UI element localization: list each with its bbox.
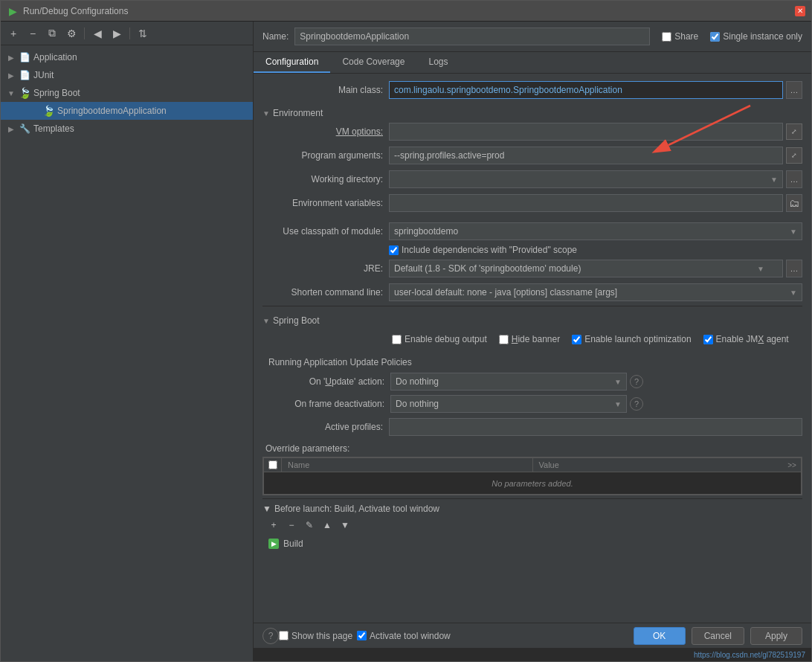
shorten-cmd-select-wrapper[interactable]: user-local default: none - java [options… bbox=[389, 283, 802, 301]
launch-opt-label[interactable]: Enable launch optimization bbox=[572, 334, 691, 344]
sort-button[interactable]: ⇅ bbox=[135, 25, 151, 42]
before-launch-up-button[interactable]: ▲ bbox=[319, 517, 335, 533]
shorten-cmd-select[interactable]: user-local default: none - java [options… bbox=[390, 287, 802, 298]
arrow-left-button[interactable]: ◀ bbox=[89, 25, 106, 42]
templates-label: Templates bbox=[33, 123, 74, 134]
name-input[interactable] bbox=[294, 28, 650, 45]
help-button[interactable]: ? bbox=[262, 628, 279, 644]
jmx-label[interactable]: Enable JMX agent bbox=[703, 334, 789, 344]
working-dir-label: Working directory: bbox=[262, 174, 389, 184]
spring-boot-checkboxes-group: Enable debug output Hide banner Enable l… bbox=[392, 334, 789, 344]
show-page-checkbox[interactable] bbox=[279, 631, 289, 640]
vm-options-expand-button[interactable]: ⤢ bbox=[786, 123, 802, 140]
share-area: Share Single instance only bbox=[662, 31, 802, 42]
on-frame-select-wrapper[interactable]: Do nothing Update classes and resources … bbox=[390, 395, 627, 413]
working-dir-select[interactable] bbox=[390, 174, 782, 184]
before-launch-section: ▼ Before launch: Build, Activate tool wi… bbox=[262, 498, 802, 551]
shorten-cmd-control: user-local default: none - java [options… bbox=[389, 283, 802, 301]
activate-tool-window-label[interactable]: Activate tool window bbox=[357, 631, 451, 641]
classpath-control: springbootdemo ▼ bbox=[389, 222, 802, 240]
table-select-all-checkbox[interactable] bbox=[268, 460, 277, 469]
springbootdemo-label: SpringbootdemoApplication bbox=[57, 106, 167, 116]
env-vars-label: Environment variables: bbox=[262, 198, 389, 208]
env-vars-input[interactable] bbox=[389, 194, 783, 212]
shorten-cmd-label: Shorten command line: bbox=[262, 287, 389, 298]
tree-item-application[interactable]: ▶ 📄 Application bbox=[1, 48, 253, 66]
tree-item-spring-boot[interactable]: ▼ 🍃 Spring Boot bbox=[1, 84, 253, 102]
environment-section-header[interactable]: ▼ Environment bbox=[262, 103, 802, 121]
spring-boot-section-header[interactable]: ▼ Spring Boot bbox=[262, 311, 802, 329]
springbootdemo-icon: 🍃 bbox=[42, 105, 54, 117]
table-value-col-header: Value bbox=[533, 458, 784, 472]
jmx-checkbox[interactable] bbox=[703, 335, 713, 344]
env-vars-browse-button[interactable]: 🗂 bbox=[786, 194, 802, 212]
debug-output-checkbox[interactable] bbox=[392, 335, 402, 344]
spring-boot-icon: 🍃 bbox=[19, 87, 30, 99]
main-content: + − ⧉ ⚙ ◀ ▶ ⇅ ▶ 📄 Application ▶ bbox=[1, 22, 811, 661]
classpath-select[interactable]: springbootdemo bbox=[390, 226, 802, 237]
table-more-col[interactable]: >> bbox=[783, 458, 801, 472]
tree-item-junit[interactable]: ▶ 📄 JUnit bbox=[1, 66, 253, 84]
jre-browse-button[interactable]: … bbox=[786, 260, 802, 277]
apply-button[interactable]: Apply bbox=[750, 627, 802, 645]
remove-config-button[interactable]: − bbox=[25, 25, 41, 42]
active-profiles-input[interactable] bbox=[389, 418, 802, 436]
on-frame-select[interactable]: Do nothing Update classes and resources bbox=[391, 399, 626, 409]
on-update-select[interactable]: Do nothing Update classes and resources bbox=[391, 376, 626, 387]
tab-configuration[interactable]: Configuration bbox=[254, 52, 330, 73]
share-checkbox-label[interactable]: Share bbox=[662, 31, 698, 42]
hide-banner-checkbox[interactable] bbox=[499, 335, 509, 344]
title-bar: ▶ Run/Debug Configurations ✕ bbox=[1, 1, 811, 22]
jre-select[interactable]: Default (1.8 - SDK of 'springbootdemo' m… bbox=[390, 263, 782, 274]
on-update-help-icon[interactable]: ? bbox=[630, 375, 643, 388]
program-args-expand-button[interactable]: ⤢ bbox=[786, 147, 802, 164]
main-class-browse-button[interactable]: … bbox=[786, 81, 802, 99]
settings-config-button[interactable]: ⚙ bbox=[63, 25, 80, 42]
ok-button[interactable]: OK bbox=[634, 627, 686, 645]
show-page-label[interactable]: Show this page bbox=[279, 631, 352, 641]
before-launch-header[interactable]: ▼ Before launch: Build, Activate tool wi… bbox=[262, 504, 802, 514]
toolbar-separator bbox=[84, 28, 85, 39]
before-launch-edit-button[interactable]: ✎ bbox=[301, 517, 318, 533]
hide-banner-label[interactable]: Hide banner bbox=[499, 334, 560, 344]
program-args-input[interactable] bbox=[389, 147, 783, 164]
working-dir-control: ▼ … bbox=[389, 170, 802, 188]
tree-item-templates[interactable]: ▶ 🔧 Templates bbox=[1, 120, 253, 138]
working-dir-browse-button[interactable]: … bbox=[786, 170, 802, 188]
debug-output-text: Enable debug output bbox=[405, 334, 487, 344]
running-app-header: Running Application Update Policies bbox=[265, 354, 802, 372]
jmx-text: Enable JMX agent bbox=[716, 334, 789, 344]
tab-logs[interactable]: Logs bbox=[416, 52, 460, 73]
before-launch-add-button[interactable]: + bbox=[265, 517, 282, 533]
close-button[interactable]: ✕ bbox=[795, 6, 805, 16]
tab-code-coverage[interactable]: Code Coverage bbox=[330, 52, 416, 73]
launch-opt-checkbox[interactable] bbox=[572, 335, 581, 344]
vm-options-input[interactable] bbox=[389, 123, 783, 141]
jre-select-wrapper[interactable]: Default (1.8 - SDK of 'springbootdemo' m… bbox=[389, 260, 783, 277]
arrow-right-button[interactable]: ▶ bbox=[109, 25, 125, 42]
single-instance-checkbox-label[interactable]: Single instance only bbox=[710, 31, 802, 42]
cancel-button[interactable]: Cancel bbox=[692, 627, 744, 645]
tree-item-springbootdemo-app[interactable]: 🍃 SpringbootdemoApplication bbox=[1, 102, 253, 120]
before-launch-remove-button[interactable]: − bbox=[283, 517, 300, 533]
active-profiles-row: Active profiles: bbox=[262, 417, 802, 437]
name-bar: Name: Share Single instance only bbox=[254, 22, 811, 52]
before-launch-down-button[interactable]: ▼ bbox=[337, 517, 353, 533]
include-deps-checkbox[interactable] bbox=[389, 245, 399, 255]
single-instance-checkbox[interactable] bbox=[710, 32, 720, 42]
include-deps-label[interactable]: Include dependencies with "Provided" sco… bbox=[389, 245, 577, 255]
on-frame-help-icon[interactable]: ? bbox=[630, 397, 643, 411]
env-vars-control: 🗂 bbox=[389, 194, 802, 212]
main-class-value: com.lingaolu.springbootdemo.Springbootde… bbox=[394, 85, 622, 95]
copy-config-button[interactable]: ⧉ bbox=[44, 25, 60, 42]
config-scroll-area: Main class: com.lingaolu.springbootdemo.… bbox=[254, 74, 811, 623]
debug-output-label[interactable]: Enable debug output bbox=[392, 334, 487, 344]
running-app-policies: Running Application Update Policies On '… bbox=[262, 354, 802, 414]
main-class-input[interactable]: com.lingaolu.springbootdemo.Springbootde… bbox=[389, 81, 783, 99]
add-config-button[interactable]: + bbox=[5, 25, 22, 42]
activate-tool-window-checkbox[interactable] bbox=[357, 631, 367, 640]
classpath-select-wrapper[interactable]: springbootdemo ▼ bbox=[389, 222, 802, 240]
working-dir-input[interactable]: ▼ bbox=[389, 170, 783, 188]
on-update-select-wrapper[interactable]: Do nothing Update classes and resources … bbox=[390, 373, 627, 391]
share-checkbox[interactable] bbox=[662, 32, 671, 42]
